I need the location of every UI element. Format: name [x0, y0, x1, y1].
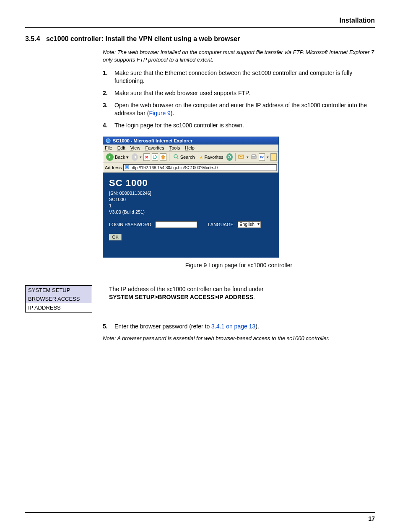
- edit-button[interactable]: W: [259, 153, 265, 161]
- search-button[interactable]: Search: [172, 153, 196, 161]
- forward-button[interactable]: [132, 153, 138, 161]
- step-3-num: 3.: [103, 101, 110, 117]
- login-password-label: LOGIN PASSWORD:: [109, 222, 153, 227]
- sc1000-title: SC 1000: [109, 178, 273, 189]
- figure-9-caption: Figure 9 Login page for sc1000 controlle…: [103, 262, 375, 269]
- sc1000-id: 1: [109, 203, 273, 209]
- menu-view[interactable]: View: [130, 145, 140, 150]
- svg-line-2: [177, 158, 178, 159]
- svg-rect-5: [252, 155, 255, 156]
- home-button[interactable]: [160, 153, 166, 161]
- ie-toolbar: Back ▾ ▾ ✕ Search ★ Fav: [103, 152, 278, 163]
- sc1000-login-page: SC 1000 [SN: 000001130246] SC1000 1 V3.0…: [103, 173, 278, 257]
- menu-tools[interactable]: Tools: [169, 145, 180, 150]
- menu-path-box: SYSTEM SETUP BROWSER ACCESS IP ADDRESS: [25, 285, 92, 312]
- note-password: Note: A browser password is essential fo…: [103, 335, 375, 342]
- address-value: http://192.168.154.30/cgi-bin/SC1000?Mod…: [130, 165, 218, 170]
- menu-help[interactable]: Help: [185, 145, 195, 150]
- ie-window-title: SC1000 - Microsoft Internet Explorer: [113, 138, 192, 143]
- step-2-num: 2.: [103, 89, 110, 97]
- search-label: Search: [180, 155, 195, 160]
- toolbar-separator-2: [235, 153, 236, 161]
- step-1-text: Make sure that the Ethernet connection b…: [114, 69, 375, 85]
- menu-row-ip-address: IP ADDRESS: [26, 303, 92, 312]
- favorites-button[interactable]: ★ Favorites: [198, 154, 225, 160]
- back-arrow-icon: [106, 153, 114, 161]
- mail-dropdown-icon: ▾: [247, 155, 249, 159]
- edit-dropdown-icon: ▾: [267, 155, 269, 159]
- ie-titlebar: SC1000 - Microsoft Internet Explorer: [103, 137, 278, 145]
- sc1000-sn: [SN: 000001130246]: [109, 190, 273, 196]
- login-row: LOGIN PASSWORD: LANGUAGE: English: [109, 221, 273, 228]
- language-label: LANGUAGE:: [208, 222, 235, 227]
- step-5: 5. Enter the browser password (refer to …: [103, 323, 375, 331]
- step-4-num: 4.: [103, 121, 110, 129]
- section-341-link[interactable]: 3.4.1 on page 13: [211, 323, 255, 330]
- print-button[interactable]: [250, 154, 257, 160]
- ie-window-figure: SC1000 - Microsoft Internet Explorer Fil…: [103, 137, 279, 257]
- header-rule: [25, 27, 375, 28]
- refresh-button[interactable]: [152, 153, 158, 161]
- sc1000-name: SC1000: [109, 196, 273, 203]
- step-5-num: 5.: [103, 323, 110, 331]
- ip-desc-path: SYSTEM SETUP>BROWSER ACCESS>IP ADDRESS: [109, 294, 253, 300]
- step-5-text-b: ).: [255, 323, 259, 330]
- search-icon: [173, 154, 179, 160]
- ie-menubar: File Edit View Favorites Tools Help: [103, 145, 278, 152]
- step-1-num: 1.: [103, 69, 110, 85]
- menu-file[interactable]: File: [105, 145, 112, 150]
- section-number: 3.5.4: [25, 35, 40, 42]
- svg-point-7: [126, 166, 128, 168]
- step-2-text: Make sure that the web browser used supp…: [114, 89, 250, 97]
- back-button[interactable]: Back ▾: [105, 153, 130, 161]
- ip-desc-line1: The IP address of the sc1000 controller …: [109, 286, 264, 292]
- step-3-text: Open the web browser on the computer and…: [114, 101, 375, 117]
- back-dropdown-icon: ▾: [126, 155, 129, 160]
- star-icon: ★: [199, 155, 203, 160]
- sc1000-info: [SN: 000001130246] SC1000 1 V3.00 (Build…: [109, 190, 273, 215]
- forward-dropdown-icon: ▾: [140, 155, 142, 159]
- menu-favorites[interactable]: Favorites: [145, 145, 164, 150]
- note-ftp: Note: The web browser installed on the c…: [103, 49, 375, 63]
- section-title: sc1000 controller: Install the VPN clien…: [46, 35, 240, 42]
- section-heading: 3.5.4 sc1000 controller: Install the VPN…: [25, 35, 375, 43]
- figure-9-link[interactable]: Figure 9: [149, 110, 170, 116]
- ip-desc-dot: .: [253, 294, 255, 300]
- step-4: 4. The login page for the sc1000 control…: [103, 121, 375, 129]
- address-label: Address: [105, 165, 122, 170]
- step-4-text: The login page for the sc1000 controller…: [114, 121, 244, 129]
- ok-button[interactable]: OK: [109, 234, 122, 240]
- media-button[interactable]: [226, 153, 233, 161]
- step-2: 2. Make sure that the web browser used s…: [103, 89, 375, 97]
- page-icon: [125, 165, 129, 170]
- step-5-text: Enter the browser password (refer to 3.4…: [114, 323, 259, 331]
- footer-rule: [25, 512, 375, 513]
- messenger-button[interactable]: [270, 153, 277, 161]
- back-label: Back: [115, 155, 125, 160]
- address-input[interactable]: http://192.168.154.30/cgi-bin/SC1000?Mod…: [123, 164, 277, 171]
- page-header-title: Installation: [25, 17, 375, 24]
- menu-edit[interactable]: Edit: [117, 145, 125, 150]
- svg-point-1: [174, 155, 177, 158]
- menu-row-system-setup: SYSTEM SETUP: [26, 286, 92, 294]
- step-1: 1. Make sure that the Ethernet connectio…: [103, 69, 375, 85]
- ip-address-description: The IP address of the sc1000 controller …: [109, 285, 375, 302]
- toolbar-separator-1: [169, 153, 169, 161]
- sc1000-version: V3.00 (Build 251): [109, 209, 273, 215]
- step-3-text-b: ).: [171, 110, 174, 116]
- mail-button[interactable]: [238, 154, 245, 160]
- step-5-text-a: Enter the browser password (refer to: [114, 323, 211, 330]
- ie-address-bar: Address http://192.168.154.30/cgi-bin/SC…: [103, 163, 278, 173]
- language-select[interactable]: English: [237, 221, 261, 228]
- page-number: 17: [368, 515, 375, 522]
- step-3: 3. Open the web browser on the computer …: [103, 101, 375, 117]
- stop-button[interactable]: ✕: [143, 153, 150, 161]
- ie-logo-icon: [106, 138, 111, 143]
- favorites-label: Favorites: [205, 155, 223, 160]
- login-password-input[interactable]: [155, 221, 197, 228]
- svg-point-0: [106, 139, 110, 143]
- menu-row-browser-access: BROWSER ACCESS: [26, 294, 92, 303]
